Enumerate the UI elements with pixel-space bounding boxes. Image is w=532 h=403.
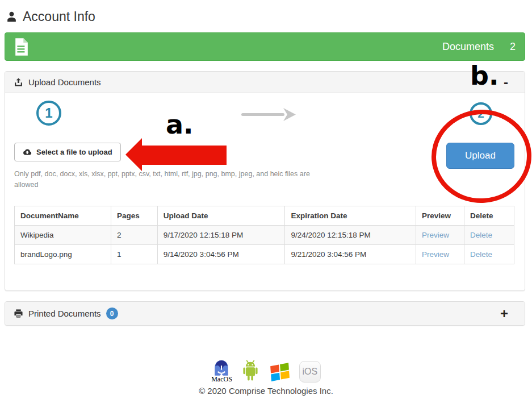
upload-documents-panel: Upload Documents - 1 2 Select a file to … — [5, 71, 525, 291]
cell-expiration-date: 9/24/2020 12:15:18 PM — [285, 226, 416, 245]
cell-pages: 1 — [111, 245, 157, 264]
macos-icon — [213, 360, 230, 377]
select-file-button[interactable]: Select a file to upload — [14, 143, 121, 161]
header-document-name: DocumentName — [15, 206, 111, 226]
header-pages: Pages — [111, 206, 157, 226]
step-2-circle: 2 — [470, 102, 492, 125]
printed-count-badge: 0 — [106, 308, 118, 319]
macos-label: MacOS — [211, 376, 232, 383]
header-upload-date: Upload Date — [157, 206, 285, 226]
page-title: Account Info — [23, 9, 95, 24]
footer: MacOS iOS © 2020 Comprise Technologies I… — [0, 359, 532, 396]
upload-panel-title: Upload Documents — [28, 77, 101, 87]
macos-logo: MacOS — [211, 360, 232, 383]
ios-label: iOS — [302, 367, 317, 377]
cloud-upload-icon — [23, 148, 32, 156]
documents-banner-right: Documents 2 — [442, 41, 516, 53]
preview-link[interactable]: Preview — [422, 231, 449, 239]
select-file-button-label: Select a file to upload — [36, 148, 112, 156]
cell-document-name: Wikipedia — [15, 226, 111, 245]
upload-panel-body: 1 2 Select a file to upload Only pdf, do… — [5, 93, 525, 290]
documents-banner-label: Documents — [442, 41, 494, 53]
cell-document-name: brandLogo.png — [15, 245, 111, 264]
expand-plus-button[interactable]: + — [500, 309, 516, 318]
table-header-row: DocumentName Pages Upload Date Expiratio… — [15, 206, 514, 226]
printed-panel-heading[interactable]: Printed Documents 0 + — [5, 302, 525, 325]
ios-icon: iOS — [299, 361, 321, 383]
page-header: Account Info — [0, 0, 532, 30]
printed-panel-title: Printed Documents — [28, 309, 101, 318]
android-icon — [240, 359, 261, 383]
upload-button[interactable]: Upload — [446, 143, 514, 169]
copyright-text: © 2020 Comprise Technologies Inc. — [0, 386, 532, 396]
preview-link[interactable]: Preview — [422, 250, 449, 259]
header-expiration-date: Expiration Date — [285, 206, 416, 226]
windows-icon — [269, 361, 291, 383]
printer-icon — [14, 309, 23, 318]
header-preview: Preview — [416, 206, 464, 226]
step-1-circle: 1 — [36, 101, 61, 126]
documents-count: 2 — [510, 41, 516, 53]
person-icon — [6, 11, 18, 23]
delete-link[interactable]: Delete — [470, 250, 492, 259]
cell-expiration-date: 9/21/2020 3:04:56 PM — [285, 245, 416, 264]
upload-tray-icon — [14, 77, 23, 87]
upload-panel-heading[interactable]: Upload Documents - — [5, 72, 525, 93]
cell-upload-date: 9/14/2020 3:04:56 PM — [157, 245, 285, 264]
allowed-file-types-note: Only pdf, doc, docx, xls, xlsx, ppt, ppt… — [14, 169, 331, 191]
printed-documents-panel: Printed Documents 0 + — [5, 301, 525, 326]
cell-pages: 2 — [111, 226, 157, 245]
cell-upload-date: 9/17/2020 12:15:18 PM — [157, 226, 285, 245]
flow-arrow-right-icon — [236, 107, 299, 127]
table-row: Wikipedia 2 9/17/2020 12:15:18 PM 9/24/2… — [15, 226, 514, 245]
table-row: brandLogo.png 1 9/14/2020 3:04:56 PM 9/2… — [15, 245, 514, 264]
documents-banner: Documents 2 — [5, 32, 525, 61]
documents-table: DocumentName Pages Upload Date Expiratio… — [14, 206, 514, 264]
platform-icons-row: MacOS iOS — [0, 359, 532, 383]
header-delete: Delete — [464, 206, 514, 226]
delete-link[interactable]: Delete — [470, 231, 492, 239]
collapse-minus-button[interactable]: - — [504, 78, 516, 87]
document-icon — [14, 38, 29, 56]
